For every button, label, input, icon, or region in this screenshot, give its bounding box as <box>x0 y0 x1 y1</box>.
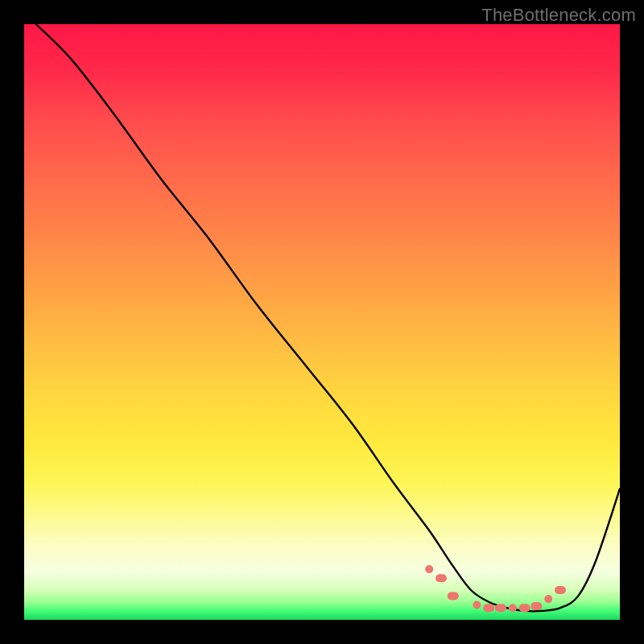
marker-dot <box>483 604 494 612</box>
marker-dot <box>436 574 447 582</box>
marker-dot <box>544 595 552 603</box>
marker-dot <box>509 604 517 612</box>
watermark-text: TheBottleneck.com <box>481 5 636 26</box>
chart-frame: TheBottleneck.com <box>0 0 644 644</box>
curve-layer <box>24 24 620 620</box>
marker-dot <box>495 604 506 612</box>
marker-dot <box>555 586 566 594</box>
marker-dot <box>530 602 542 610</box>
marker-dot <box>448 592 459 600</box>
marker-dot <box>473 601 481 609</box>
bottleneck-curve <box>36 24 620 611</box>
marker-dot <box>519 604 530 612</box>
marker-dot <box>425 565 433 573</box>
plot-area <box>24 24 620 620</box>
